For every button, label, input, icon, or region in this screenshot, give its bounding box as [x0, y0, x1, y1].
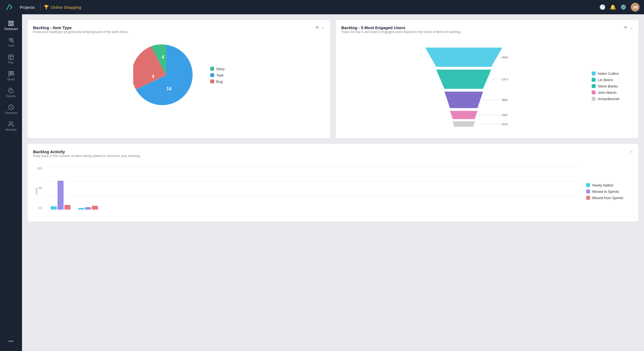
- moved-from-sprints-label: Moved from Sprints: [592, 196, 623, 200]
- helen-color: [592, 72, 596, 75]
- engaged-users-subtitle: Track the top 5 and least 5 engaged user…: [341, 30, 461, 34]
- eye-icon-2[interactable]: 👁: [623, 25, 628, 30]
- newly-added-color: [586, 183, 590, 187]
- bar-moved-from-sprints-2: [92, 206, 98, 210]
- sidebar-plan-label: Plan: [8, 61, 14, 64]
- svg-rect-2: [9, 24, 10, 26]
- main-layout: Dashboard Feed Plan Boa: [0, 14, 644, 351]
- svg-rect-0: [9, 21, 10, 23]
- svg-text:Steve B..: Steve B..: [502, 98, 508, 102]
- top-card-row: Backlog - Item Type Know your backlog's …: [28, 20, 638, 138]
- bar-moved-to-sprints-1: [58, 181, 64, 210]
- content-area: Backlog - Item Type Know your backlog's …: [22, 14, 644, 351]
- bar-moved-from-sprints-1: [64, 205, 70, 210]
- sidebar-more-icon[interactable]: •••: [5, 335, 17, 348]
- top-nav: Projects 🏆 Online Shopping 🕐 🔔 ⚙️ JM: [0, 0, 644, 14]
- lin-color: [592, 78, 596, 82]
- funnel-chart: Helen C.. Lin Brenn Steve B.. John Ma.. …: [341, 42, 586, 130]
- sidebar-item-plan[interactable]: Plan: [0, 51, 22, 67]
- legend-moved-from-sprints: Moved from Sprints: [586, 196, 633, 200]
- legend-task: Task: [210, 73, 225, 77]
- expand-icon-2[interactable]: ⤢: [630, 26, 633, 30]
- bar-group-2: [78, 206, 98, 210]
- clock-icon[interactable]: 🕐: [599, 4, 605, 10]
- expand-icon-3[interactable]: ⤢: [630, 149, 633, 153]
- expand-icon[interactable]: ⤢: [322, 26, 325, 30]
- sidebar-item-board[interactable]: Board: [0, 68, 22, 84]
- card-actions-engaged: 👁 ⤢: [623, 25, 633, 30]
- story-color: [210, 67, 214, 71]
- project-icon: 🏆: [44, 5, 49, 10]
- task-label: Task: [216, 73, 224, 77]
- sidebar-item-meetings[interactable]: Meetings: [0, 118, 22, 134]
- legend-lin: Lin Brenn: [592, 78, 633, 82]
- richard-color: [592, 97, 596, 101]
- legend-story: Story: [210, 67, 225, 71]
- john-name: John Marsh: [598, 91, 616, 95]
- projects-label[interactable]: Projects: [18, 5, 37, 10]
- steve-name: Steve Banks: [598, 84, 618, 88]
- backlog-item-type-subtitle: Know your backlog's progress by keeping …: [33, 30, 129, 34]
- sidebar-board-label: Board: [7, 78, 15, 81]
- lin-name: Lin Brenn: [598, 78, 613, 82]
- svg-rect-8: [12, 72, 14, 75]
- sidebar: Dashboard Feed Plan Boa: [0, 14, 22, 351]
- project-name[interactable]: 🏆 Online Shopping: [44, 5, 81, 10]
- legend-newly-added: Newly Added: [586, 183, 633, 187]
- sidebar-dashboard-label: Dashboard: [4, 28, 18, 31]
- bug-label: Bug: [216, 79, 223, 84]
- funnel-legend: Helen Collins Lin Brenn Steve Banks: [592, 72, 633, 101]
- sidebar-item-reports[interactable]: Reports: [0, 85, 22, 100]
- svg-text:John Ma..: John Ma..: [502, 113, 508, 117]
- legend-bug: Bug: [210, 79, 225, 84]
- legend-richard: richardkennel: [592, 97, 633, 101]
- bar-group-1: [51, 181, 70, 210]
- nav-divider: [40, 3, 40, 11]
- y-axis-labels: 100 80 60: [37, 167, 42, 210]
- bar-newly-added-1: [51, 206, 57, 210]
- card-header-item-type: Backlog - Item Type Know your backlog's …: [33, 25, 325, 38]
- backlog-activity-card: Backlog Activity Keep track of the numbe…: [28, 144, 638, 222]
- engaged-users-title: Backlog - 5 Most Engaged Users: [341, 25, 461, 30]
- john-color: [592, 91, 596, 94]
- y-label-60: 60: [39, 206, 42, 210]
- eye-icon[interactable]: 👁: [315, 25, 320, 30]
- moved-from-sprints-color: [586, 196, 590, 200]
- backlog-activity-subtitle: Keep track of the number of items being …: [33, 154, 141, 158]
- svg-point-10: [9, 122, 11, 124]
- svg-rect-6: [9, 72, 10, 76]
- newly-added-label: Newly Added: [592, 183, 613, 187]
- bug-color: [210, 79, 214, 83]
- card-actions-item-type: 👁 ⤢: [315, 25, 325, 30]
- backlog-activity-title: Backlog Activity: [33, 149, 141, 154]
- y-label-80: 80: [39, 187, 42, 190]
- sidebar-timesheet-label: Timesheet: [5, 111, 17, 114]
- sidebar-feed-label: Feed: [8, 44, 14, 47]
- sidebar-item-timesheet[interactable]: Timesheet: [0, 102, 22, 117]
- funnel-chart-container: Helen C.. Lin Brenn Steve B.. John Ma.. …: [341, 39, 633, 133]
- app-logo[interactable]: [4, 2, 14, 12]
- y-label-100: 100: [37, 167, 42, 170]
- backlog-item-type-title: Backlog - Item Type: [33, 25, 129, 30]
- sidebar-reports-label: Reports: [6, 95, 16, 98]
- card-actions-activity: ⤢: [630, 149, 633, 153]
- svg-rect-3: [12, 24, 13, 26]
- svg-text:4: 4: [162, 55, 164, 59]
- user-avatar[interactable]: JM: [631, 3, 640, 12]
- bell-icon[interactable]: 🔔: [610, 4, 616, 10]
- sidebar-item-feed[interactable]: Feed: [0, 34, 22, 50]
- sidebar-item-dashboard[interactable]: Dashboard: [0, 18, 22, 33]
- pie-chart: 14 4 4: [133, 42, 199, 108]
- svg-text:richardk..: richardk..: [502, 122, 508, 126]
- story-label: Story: [216, 67, 225, 71]
- svg-rect-1: [12, 21, 13, 23]
- moved-to-sprints-label: Moved to Sprints: [592, 190, 619, 194]
- card-header-activity: Backlog Activity Keep track of the numbe…: [33, 149, 633, 162]
- svg-text:14: 14: [167, 86, 171, 91]
- task-color: [210, 73, 214, 77]
- pie-legend: Story Task Bug: [210, 67, 225, 84]
- steve-color: [592, 84, 596, 88]
- moved-to-sprints-color: [586, 190, 590, 193]
- tools-icon[interactable]: ⚙️: [620, 4, 626, 10]
- bar-chart-area: count 100 80 60: [33, 167, 581, 216]
